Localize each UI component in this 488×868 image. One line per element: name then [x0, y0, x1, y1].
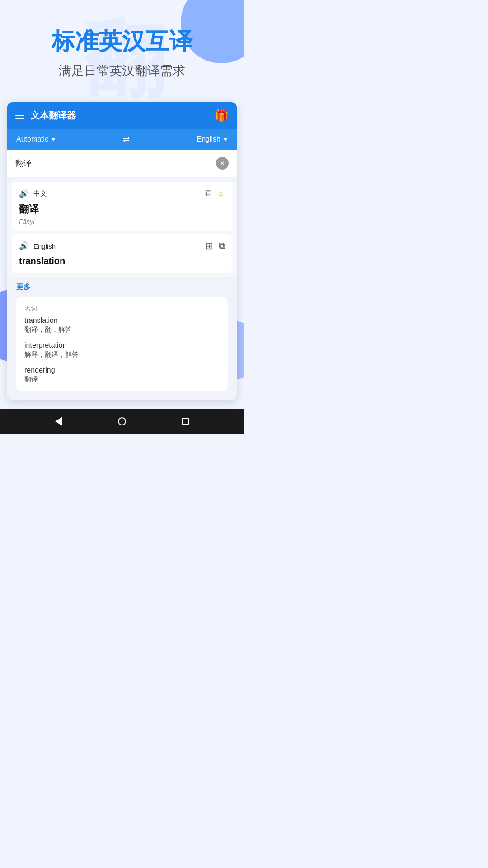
nav-back-icon: [55, 417, 62, 426]
chinese-speaker-button[interactable]: 🔊: [19, 189, 29, 198]
chinese-result-pinyin: Fānyì: [19, 218, 225, 225]
swap-languages-button[interactable]: ⇌: [123, 134, 130, 144]
app-card: 文本翻译器 🎁 Automatic ⇌ English 翻译 ×: [7, 102, 237, 400]
source-lang-selector[interactable]: Automatic: [16, 135, 56, 143]
english-copy-button[interactable]: ⧉: [219, 241, 225, 251]
app-header-left: 文本翻译器: [15, 109, 76, 122]
more-section: 更多 名词 translation 翻译，翻，解答 interpretation…: [7, 277, 237, 400]
target-lang-chevron-icon: [223, 138, 228, 141]
english-speaker-button[interactable]: 🔊: [19, 241, 29, 251]
english-result-main: translation: [19, 256, 225, 266]
english-result-left: 🔊 English: [19, 241, 56, 251]
list-item: interpretation 解释，翻译，解答: [24, 341, 220, 359]
source-lang-label: Automatic: [16, 135, 48, 143]
hero-title: 标准英汉互译: [9, 27, 235, 55]
nav-back-button[interactable]: [55, 417, 62, 426]
app-title: 文本翻译器: [31, 109, 76, 122]
nav-recents-icon: [182, 418, 189, 425]
english-card-actions: ⊞ ⧉: [206, 241, 225, 251]
hero-subtitle: 满足日常英汉翻译需求: [9, 62, 235, 80]
nav-home-icon: [118, 417, 126, 425]
chinese-card-actions: ⧉ ☆: [205, 188, 225, 199]
chinese-result-card: 🔊 中文 ⧉ ☆ 翻译 Fānyì: [12, 182, 232, 231]
more-meaning-1: 翻译，翻，解答: [24, 326, 220, 334]
list-item: rendering 翻译: [24, 366, 220, 384]
target-lang-label: English: [197, 135, 221, 143]
clear-input-button[interactable]: ×: [216, 157, 229, 170]
app-header: 文本翻译器 🎁: [7, 102, 237, 129]
chinese-result-main: 翻译: [19, 203, 225, 216]
chinese-star-button[interactable]: ☆: [217, 188, 225, 199]
source-lang-chevron-icon: [51, 138, 56, 141]
more-card: 名词 translation 翻译，翻，解答 interpretation 解释…: [16, 297, 228, 391]
more-meaning-3: 翻译: [24, 375, 220, 384]
translation-body: 🔊 中文 ⧉ ☆ 翻译 Fānyì 🔊 English: [7, 182, 237, 400]
more-meaning-2: 解释，翻译，解答: [24, 350, 220, 359]
more-word-2: interpretation: [24, 341, 220, 349]
english-open-button[interactable]: ⊞: [206, 241, 213, 251]
chinese-result-left: 🔊 中文: [19, 189, 47, 198]
chinese-copy-button[interactable]: ⧉: [205, 188, 211, 199]
chinese-lang-label: 中文: [33, 189, 47, 198]
hamburger-line-3: [15, 118, 24, 119]
list-item: translation 翻译，翻，解答: [24, 316, 220, 334]
input-text: 翻译: [15, 158, 216, 169]
hamburger-line-2: [15, 115, 24, 116]
nav-recents-button[interactable]: [182, 418, 189, 425]
nav-home-button[interactable]: [118, 417, 126, 425]
english-result-card: 🔊 English ⊞ ⧉ translation: [12, 234, 232, 273]
hamburger-menu-button[interactable]: [15, 113, 24, 119]
more-label: 更多: [16, 283, 228, 292]
more-word-1: translation: [24, 316, 220, 325]
gift-icon-button[interactable]: 🎁: [214, 108, 229, 123]
hero-section: 标准英汉互译 满足日常英汉翻译需求: [0, 0, 244, 93]
hamburger-line-1: [15, 113, 24, 113]
pos-label: 名词: [24, 305, 220, 313]
input-area[interactable]: 翻译 ×: [7, 150, 237, 177]
language-bar: Automatic ⇌ English: [7, 129, 237, 150]
english-lang-label: English: [33, 242, 56, 250]
target-lang-selector[interactable]: English: [197, 135, 228, 143]
more-word-3: rendering: [24, 366, 220, 374]
chinese-result-header: 🔊 中文 ⧉ ☆: [19, 188, 225, 199]
nav-bar: [0, 409, 244, 434]
english-result-header: 🔊 English ⊞ ⧉: [19, 241, 225, 251]
